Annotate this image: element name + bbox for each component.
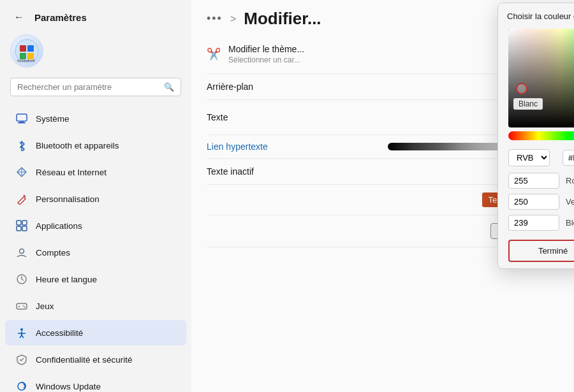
hex-value-input[interactable]: [563, 150, 574, 166]
svg-rect-6: [17, 114, 27, 121]
red-label: Rouge: [566, 176, 574, 185]
lien-hypertexte-label: Lien hypertexte: [207, 142, 378, 152]
sidebar-item-heure[interactable]: Heure et langue: [5, 266, 186, 292]
nav-list: Système Bluetooth et appareils Réseau et…: [0, 105, 191, 392]
sidebar-item-accessibilite[interactable]: Accessibilité: [5, 320, 186, 345]
svg-rect-20: [17, 303, 27, 309]
blue-value-input[interactable]: [508, 215, 559, 231]
termine-button[interactable]: Terminé: [508, 240, 574, 262]
privacy-icon: [15, 353, 28, 366]
sidebar-item-applications[interactable]: Applications: [5, 213, 186, 238]
back-button[interactable]: ←: [10, 9, 28, 25]
sidebar-item-label: Applications: [36, 221, 82, 231]
hue-slider[interactable]: [508, 131, 574, 140]
breadcrumb-sep: >: [230, 13, 236, 25]
sidebar-item-label: Heure et langue: [36, 275, 97, 284]
games-icon: [15, 300, 28, 312]
sidebar-item-comptes[interactable]: Comptes: [5, 240, 186, 265]
scissors-icon: ✂️: [207, 47, 221, 61]
sidebar-item-reseau[interactable]: Réseau et Internet: [5, 159, 186, 185]
svg-line-29: [22, 335, 24, 338]
svg-rect-13: [22, 221, 27, 225]
breadcrumb-dots: •••: [207, 12, 223, 25]
gradient-wrapper: Blanc: [498, 26, 574, 131]
sidebar-item-label: Personnalisation: [36, 194, 99, 204]
sidebar-item-label: Windows Update: [36, 382, 101, 391]
sidebar-item-label: Confidentialité et sécurité: [36, 355, 133, 365]
bluetooth-icon: [15, 139, 28, 152]
hue-slider-row: [498, 131, 574, 145]
sidebar-item-label: Accessibilité: [36, 328, 83, 338]
svg-rect-14: [17, 226, 21, 231]
svg-rect-1: [20, 45, 26, 52]
svg-rect-8: [18, 122, 26, 124]
blue-label: Bleu: [566, 218, 574, 228]
svg-rect-12: [17, 221, 21, 225]
texte-label: Texte: [207, 112, 533, 122]
sidebar-item-label: Jeux: [36, 301, 54, 311]
applications-icon: [15, 219, 28, 232]
svg-point-25: [20, 328, 23, 331]
personalisation-icon: [15, 192, 28, 205]
windows-update-icon: [15, 380, 28, 392]
svg-point-16: [20, 249, 24, 254]
sidebar-item-label: Système: [36, 114, 70, 124]
sidebar-item-personnalisation[interactable]: Personnalisation: [5, 186, 186, 212]
app-logo: try2android: [10, 34, 43, 68]
red-row: Rouge: [498, 170, 574, 191]
sidebar-item-label: Comptes: [36, 248, 70, 258]
color-picker-dialog: Choisir la couleur d'arrière-plan — □ ✕ …: [497, 3, 574, 269]
network-icon: [15, 166, 28, 178]
page-title: Modifier...: [244, 9, 321, 29]
color-mode-select[interactable]: RVB TSL Hex: [508, 149, 550, 166]
sidebar: ← Paramètres try2android 🔍 Système: [0, 0, 191, 392]
svg-line-19: [22, 279, 24, 280]
svg-text:try2android: try2android: [17, 59, 35, 62]
search-icon: 🔍: [164, 82, 174, 92]
sidebar-item-confidentialite[interactable]: Confidentialité et sécurité: [5, 347, 186, 372]
dialog-footer: Terminé Annuler: [498, 233, 574, 268]
sidebar-item-bluetooth[interactable]: Bluetooth et appareils: [5, 133, 186, 158]
sidebar-item-windows-update[interactable]: Windows Update: [5, 374, 186, 392]
accessibility-icon: [15, 326, 28, 339]
sidebar-header: ← Paramètres: [0, 0, 191, 31]
color-gradient-canvas[interactable]: Blanc: [508, 29, 574, 127]
sidebar-item-systeme[interactable]: Système: [5, 106, 186, 131]
svg-rect-2: [27, 45, 34, 52]
dialog-titlebar: Choisir la couleur d'arrière-plan — □ ✕: [498, 3, 574, 26]
search-input[interactable]: [17, 82, 159, 92]
red-value-input[interactable]: [508, 173, 559, 189]
main-content: ••• > Modifier... ✂️ Modifier le thème..…: [191, 0, 574, 392]
blanc-label: Blanc: [513, 98, 543, 110]
time-icon: [15, 273, 28, 286]
green-label: Vert: [566, 197, 574, 207]
green-value-input[interactable]: [508, 194, 559, 210]
dialog-title: Choisir la couleur d'arrière-plan: [507, 11, 574, 21]
logo-area: try2android: [0, 31, 191, 74]
color-mode-row: RVB TSL Hex: [498, 145, 574, 170]
system-icon: [15, 112, 28, 125]
sidebar-title: Paramètres: [34, 12, 87, 23]
accounts-icon: [15, 246, 28, 259]
svg-rect-15: [22, 226, 27, 231]
color-circle-indicator: [516, 83, 527, 94]
svg-point-23: [23, 305, 24, 307]
sidebar-item-label: Réseau et Internet: [36, 168, 107, 177]
green-row: Vert: [498, 191, 574, 212]
sidebar-item-label: Bluetooth et appareils: [36, 141, 119, 150]
svg-point-24: [24, 307, 26, 308]
search-box[interactable]: 🔍: [10, 78, 181, 96]
sidebar-item-jeux[interactable]: Jeux: [5, 293, 186, 319]
blue-row: Bleu: [498, 212, 574, 233]
